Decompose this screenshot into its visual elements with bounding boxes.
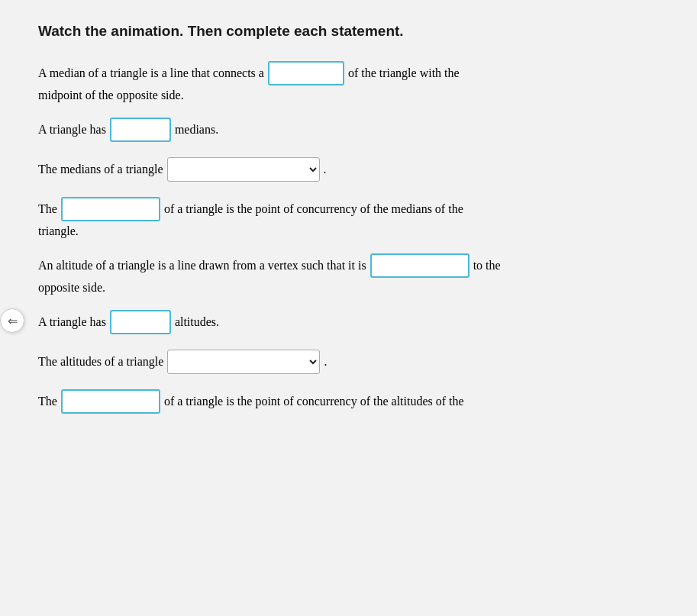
the-text-centroid: The: [38, 202, 57, 216]
orthocenter-input[interactable]: [61, 389, 160, 414]
statement-orthocenter-def: The of a triangle is the point of concur…: [38, 389, 659, 414]
the-altitudes-text: The altitudes of a triangle: [38, 355, 163, 369]
altitude-to-the-text: to the: [473, 259, 501, 273]
the-medians-text: The medians of a triangle: [38, 163, 163, 176]
medians-period: .: [324, 163, 327, 176]
altitudes-behavior-select[interactable]: intersect inside intersect outside are p…: [167, 350, 320, 374]
median-text-after: of the triangle with the: [348, 66, 460, 80]
medians-behavior-select[interactable]: intersect inside intersect outside are p…: [167, 157, 320, 182]
statement-centroid-def: The of a triangle is the point of concur…: [38, 197, 659, 238]
centroid-def-row: The of a triangle is the point of concur…: [38, 197, 659, 221]
back-button[interactable]: ⇐: [0, 308, 24, 333]
altitude-continuation: opposite side.: [38, 281, 659, 295]
triangle-has-text: A triangle has: [38, 123, 106, 137]
medians-dropdown-row: The medians of a triangle intersect insi…: [38, 157, 659, 182]
centroid-text-after: of a triangle is the point of concurrenc…: [164, 202, 463, 216]
the-text-orthocenter: The: [38, 395, 57, 408]
statement-altitude-def: An altitude of a triangle is a line draw…: [38, 253, 659, 295]
page-title: Watch the animation. Then complete each …: [38, 23, 659, 40]
statement-altitudes-dropdown: The altitudes of a triangle intersect in…: [38, 350, 659, 374]
main-content: Watch the animation. Then complete each …: [0, 0, 697, 616]
centroid-input[interactable]: [61, 197, 160, 221]
statement-altitudes-count: A triangle has altitudes.: [38, 310, 659, 334]
medians-count-input[interactable]: [110, 118, 171, 142]
altitudes-text: altitudes.: [175, 315, 219, 329]
median-def-row: A median of a triangle is a line that co…: [38, 61, 659, 85]
altitude-text-before: An altitude of a triangle is a line draw…: [38, 259, 366, 273]
statement-median-def: A median of a triangle is a line that co…: [38, 61, 659, 102]
orthocenter-def-row: The of a triangle is the point of concur…: [38, 389, 659, 414]
altitudes-dropdown-row: The altitudes of a triangle intersect in…: [38, 350, 659, 374]
altitudes-count-row: A triangle has altitudes.: [38, 310, 659, 334]
orthocenter-text-after: of a triangle is the point of concurrenc…: [164, 395, 464, 408]
triangle-has-alt-text: A triangle has: [38, 315, 106, 329]
median-continuation: midpoint of the opposite side.: [38, 89, 659, 102]
altitude-perp-input[interactable]: [370, 253, 470, 278]
altitudes-count-input[interactable]: [110, 310, 171, 334]
altitude-def-row: An altitude of a triangle is a line draw…: [38, 253, 659, 278]
medians-count-row: A triangle has medians.: [38, 118, 659, 142]
medians-text: medians.: [175, 123, 218, 137]
centroid-continuation: triangle.: [38, 224, 659, 238]
back-icon: ⇐: [8, 314, 18, 328]
median-vertex-input[interactable]: [268, 61, 344, 85]
statement-medians-count: A triangle has medians.: [38, 118, 659, 142]
median-text-before: A median of a triangle is a line that co…: [38, 66, 264, 80]
statement-medians-dropdown: The medians of a triangle intersect insi…: [38, 157, 659, 182]
altitudes-period: .: [324, 355, 327, 369]
